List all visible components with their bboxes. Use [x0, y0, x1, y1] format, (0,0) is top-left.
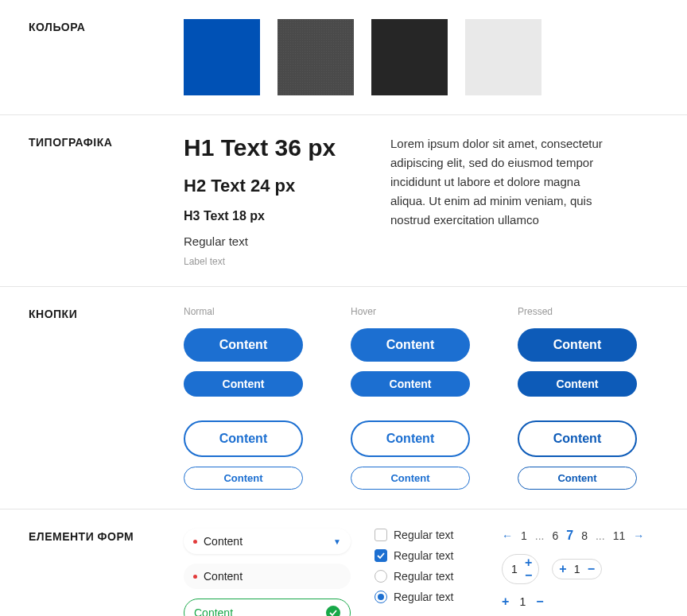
radio-label: Regular text [394, 591, 453, 603]
buttons-col-pressed: Pressed Content Content Content Content [518, 306, 637, 490]
text-regular: Regular text [184, 234, 359, 248]
swatch-row [184, 19, 658, 95]
page-8[interactable]: 8 [581, 529, 588, 542]
select-flat-text: Content [204, 570, 341, 583]
button-outline-lg-pressed[interactable]: Content [518, 420, 637, 457]
selects-column: Content ▼ Content Content [184, 529, 351, 616]
page-next-icon[interactable]: → [633, 529, 644, 542]
page-7-active[interactable]: 7 [566, 529, 573, 543]
select-normal-text: Content [204, 535, 327, 548]
minus-icon[interactable]: − [525, 569, 532, 582]
button-fill-lg-normal[interactable]: Content [184, 328, 303, 362]
swatch-dark [371, 19, 448, 95]
paragraph-sample: Lorem ipsum dolor sit amet, consectetur … [390, 134, 613, 267]
minus-icon[interactable]: − [588, 563, 595, 575]
page-prev-icon[interactable]: ← [502, 529, 513, 542]
heading-h2: H2 Text 24 px [184, 176, 359, 196]
checkbox-icon [375, 529, 387, 541]
required-dot-icon [193, 540, 197, 544]
heading-h3: H3 Text 18 px [184, 209, 359, 223]
buttons-col-hover: Hover Content Content Content Content [351, 306, 470, 490]
typography-samples: H1 Text 36 px H2 Text 24 px H3 Text 18 p… [184, 134, 359, 267]
swatch-blue [184, 19, 260, 95]
page-1[interactable]: 1 [521, 529, 527, 542]
minus-icon[interactable]: − [536, 595, 543, 608]
plus-icon[interactable]: + [502, 595, 509, 608]
section-colors: КОЛЬОРА [0, 0, 687, 115]
checkbox-checked-icon [375, 549, 387, 562]
radio-checked-icon [375, 591, 387, 603]
button-outline-lg-normal[interactable]: Content [184, 420, 303, 457]
page-6[interactable]: 6 [552, 529, 558, 542]
section-title-colors: КОЛЬОРА [29, 19, 184, 95]
select-normal[interactable]: Content ▼ [184, 529, 351, 554]
pagination-steppers-column: ← 1 ... 6 7 8 ... 11 → 1 + − [502, 529, 658, 616]
select-success[interactable]: Content [184, 599, 351, 616]
page-11[interactable]: 11 [613, 529, 626, 542]
steppers-row-2: + 1 − [502, 595, 658, 608]
options-column: Regular text Regular text Regular text R… [375, 529, 478, 616]
stepper-value: 1 [509, 563, 520, 575]
swatch-light [465, 19, 541, 95]
forms-body: Content ▼ Content Content Regular text [184, 529, 658, 616]
stepper-bare[interactable]: + 1 − [502, 595, 544, 608]
select-flat[interactable]: Content [184, 564, 351, 589]
section-title-buttons: КНОПКИ [29, 306, 184, 490]
state-label-normal: Normal [184, 306, 303, 317]
required-dot-icon [193, 575, 197, 579]
plus-icon[interactable]: + [525, 556, 532, 569]
stepper-value: 1 [572, 563, 583, 575]
stepper-value: 1 [517, 595, 528, 608]
buttons-body: Normal Content Content Content Content H… [184, 306, 658, 490]
stepper-vertical[interactable]: 1 + − [502, 554, 539, 584]
section-forms: ЕЛЕМЕНТИ ФОРМ Content ▼ Content Content [0, 509, 687, 616]
state-label-hover: Hover [351, 306, 470, 317]
typography-body: H1 Text 36 px H2 Text 24 px H3 Text 18 p… [184, 134, 658, 267]
stepper-controls: + − [525, 556, 532, 582]
radio-unchecked[interactable]: Regular text [375, 570, 478, 583]
button-fill-lg-pressed[interactable]: Content [518, 328, 637, 362]
swatch-gray [278, 19, 354, 95]
section-title-typography: ТИПОГРАФІКА [29, 134, 184, 267]
page-ellipsis: ... [596, 529, 605, 542]
button-outline-lg-hover[interactable]: Content [351, 420, 470, 457]
steppers-row-1: 1 + − + 1 − [502, 554, 658, 584]
state-label-pressed: Pressed [518, 306, 637, 317]
plus-icon[interactable]: + [559, 563, 566, 575]
button-fill-md-normal[interactable]: Content [184, 371, 303, 397]
radio-checked[interactable]: Regular text [375, 591, 478, 603]
button-fill-lg-hover[interactable]: Content [351, 328, 470, 362]
button-outline-sm-hover[interactable]: Content [351, 467, 470, 490]
button-outline-sm-normal[interactable]: Content [184, 467, 303, 490]
radio-label: Regular text [394, 570, 453, 583]
checkbox-checked[interactable]: Regular text [375, 549, 478, 562]
check-circle-icon [326, 606, 340, 616]
section-buttons: КНОПКИ Normal Content Content Content Co… [0, 287, 687, 509]
heading-h1: H1 Text 36 px [184, 134, 359, 161]
button-outline-sm-pressed[interactable]: Content [518, 467, 637, 490]
button-fill-md-hover[interactable]: Content [351, 371, 470, 397]
checkbox-unchecked[interactable]: Regular text [375, 529, 478, 541]
checkbox-label: Regular text [394, 529, 453, 541]
radio-icon [375, 570, 387, 583]
checkbox-label: Regular text [394, 549, 453, 562]
select-success-text: Content [194, 606, 320, 616]
section-typography: ТИПОГРАФІКА H1 Text 36 px H2 Text 24 px … [0, 115, 687, 287]
chevron-down-icon: ▼ [333, 537, 341, 546]
text-label: Label text [184, 256, 359, 267]
page-ellipsis: ... [535, 529, 545, 542]
section-title-forms: ЕЛЕМЕНТИ ФОРМ [29, 529, 184, 616]
colors-body [184, 19, 658, 95]
buttons-col-normal: Normal Content Content Content Content [184, 306, 303, 490]
stepper-horizontal[interactable]: + 1 − [552, 559, 602, 579]
pagination: ← 1 ... 6 7 8 ... 11 → [502, 529, 658, 543]
button-fill-md-pressed[interactable]: Content [518, 371, 637, 397]
